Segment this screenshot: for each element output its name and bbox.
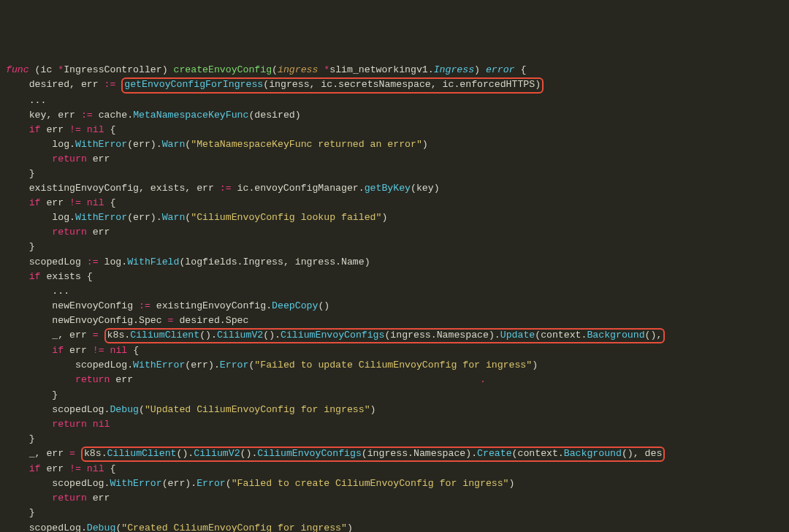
code-line: if err != nil { <box>6 123 783 137</box>
code-line: if err != nil { <box>6 343 783 358</box>
code-token: (desired) <box>248 110 300 121</box>
code-line: _, err = k8s.CiliumClient().CiliumV2().C… <box>6 446 783 463</box>
code-token: err <box>110 374 479 385</box>
code-token: { <box>104 124 116 135</box>
code-line: log.WithError(err).Warn("MetaNamespaceKe… <box>6 137 783 152</box>
code-token: "Failed to update CiliumEnvoyConfig for … <box>254 360 532 370</box>
code-line: key, err := cache.MetaNamespaceKeyFunc(d… <box>6 108 783 123</box>
code-token: return <box>52 153 86 164</box>
code-token: err <box>40 197 69 208</box>
code-token <box>81 463 87 474</box>
code-token: { <box>104 197 116 208</box>
code-token: if <box>29 197 41 208</box>
code-line: existingEnvoyConfig, exists, err := ic.e… <box>6 181 783 196</box>
code-block: func (ic *IngressController) createEnvoy… <box>6 63 783 532</box>
code-line: return err <box>6 152 783 167</box>
code-token: CiliumEnvoyConfigs <box>257 448 361 459</box>
code-token: nil <box>87 197 104 208</box>
code-token: error <box>486 64 515 75</box>
code-token: Warn <box>162 212 186 223</box>
code-token: } <box>29 241 35 252</box>
code-token: ) <box>422 139 428 150</box>
code-line: return nil <box>6 417 783 432</box>
code-token: (), <box>645 330 663 341</box>
code-token: "Failed to create CiliumEnvoyConfig for … <box>232 478 509 489</box>
code-line: scopedLog.WithError(err).Error("Failed t… <box>6 476 783 491</box>
code-token: DeepCopy <box>272 300 318 311</box>
code-token: } <box>52 390 58 400</box>
code-token: return <box>75 374 110 385</box>
code-token: nil <box>93 419 110 430</box>
code-line: newEnvoyConfig := existingEnvoyConfig.De… <box>6 299 783 314</box>
code-token: = <box>168 315 174 326</box>
code-token <box>81 197 87 208</box>
code-token: if <box>29 124 41 135</box>
code-token: Warn <box>162 139 186 150</box>
code-token: != <box>69 463 81 474</box>
code-token: } <box>29 168 35 179</box>
code-token: exists { <box>40 271 92 282</box>
code-token: Debug <box>110 404 139 415</box>
code-line: if err != nil { <box>6 462 783 476</box>
code-token: Update <box>500 330 535 341</box>
code-token: getEnvoyConfigForIngress <box>124 79 263 90</box>
code-token: IngressController) <box>64 64 173 75</box>
code-token: if <box>29 271 41 282</box>
code-token: != <box>69 124 81 135</box>
code-token: CiliumClient <box>107 448 177 459</box>
code-token: (), des <box>622 448 662 459</box>
code-token: ) <box>532 360 538 370</box>
code-token: existingEnvoyConfig. <box>150 300 272 311</box>
code-token: createEnvoyConfig <box>174 64 272 75</box>
code-token: . <box>480 374 486 385</box>
code-token <box>75 448 81 459</box>
code-token: (ic <box>35 64 58 75</box>
code-line: ... <box>6 284 783 299</box>
code-line: } <box>6 240 783 254</box>
code-line: scopedLog := log.WithField(logfields.Ing… <box>6 255 783 270</box>
code-token: WithError <box>75 139 127 150</box>
highlight-box: k8s.CiliumClient().CiliumV2().CiliumEnvo… <box>81 446 665 463</box>
code-line: newEnvoyConfig.Spec = desired.Spec <box>6 314 783 328</box>
code-token <box>115 79 121 90</box>
code-token: := <box>87 256 99 267</box>
code-token: CiliumClient <box>130 330 199 341</box>
code-token: "Created CiliumEnvoyConfig for ingress" <box>121 522 347 533</box>
code-line: scopedLog.Debug("Updated CiliumEnvoyConf… <box>6 403 783 417</box>
code-token <box>81 124 87 135</box>
code-token: return <box>52 419 86 430</box>
code-line: return err . <box>6 373 783 387</box>
code-token: cache. <box>93 110 133 121</box>
code-line: log.WithError(err).Warn("CiliumEnvoyConf… <box>6 210 783 225</box>
code-token: k8s. <box>84 448 107 459</box>
code-token: Error <box>197 478 226 489</box>
code-token: := <box>139 300 150 311</box>
code-token: (err). <box>185 360 219 370</box>
code-token: if <box>29 463 41 474</box>
code-token: (ingress.Namespace). <box>384 330 500 341</box>
code-token: ( <box>272 64 278 75</box>
code-token: (key) <box>411 183 440 194</box>
code-token: (). <box>263 330 281 341</box>
code-token: := <box>220 183 232 194</box>
code-line: } <box>6 506 783 520</box>
code-token: existingEnvoyConfig, exists, err <box>29 183 220 194</box>
code-token <box>87 419 93 430</box>
code-line: _, err = k8s.CiliumClient().CiliumV2().C… <box>6 328 783 344</box>
code-token: CiliumEnvoyConfigs <box>281 330 384 341</box>
code-token: slim_networkingv1. <box>329 64 433 75</box>
highlight-box: getEnvoyConfigForIngress(ingress, ic.sec… <box>121 77 544 94</box>
code-token: ( <box>226 478 232 489</box>
code-token: newEnvoyConfig <box>52 300 139 311</box>
code-line: desired, err := getEnvoyConfigForIngress… <box>6 77 783 94</box>
code-token: WithError <box>133 360 185 370</box>
code-token: (err). <box>127 139 161 150</box>
code-token: log. <box>52 139 75 150</box>
code-token: nil <box>110 345 127 356</box>
code-token: scopedLog. <box>75 360 133 370</box>
code-line: } <box>6 388 783 403</box>
code-token: MetaNamespaceKeyFunc <box>133 110 248 121</box>
code-token: Error <box>220 360 249 370</box>
code-token: log. <box>52 212 75 223</box>
code-token: CiliumV2 <box>194 448 240 459</box>
